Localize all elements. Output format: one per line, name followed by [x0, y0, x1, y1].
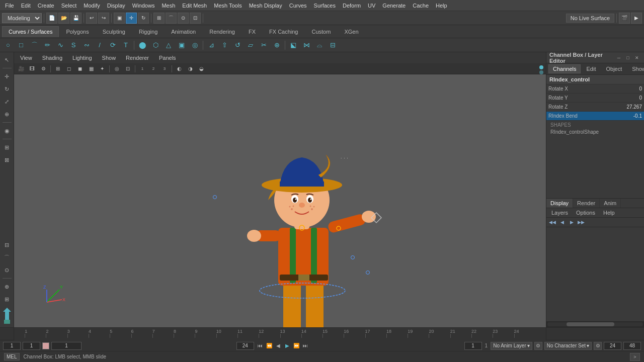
menu-help[interactable]: Help — [433, 2, 450, 10]
curve-line-btn[interactable]: / — [94, 40, 106, 51]
viewport-canvas[interactable]: Y X Z ··· persp — [14, 74, 546, 327]
tab-custom[interactable]: Custom — [305, 26, 338, 37]
vp-xray-btn[interactable]: ⊡ — [123, 64, 133, 73]
menu-mesh[interactable]: Mesh — [158, 2, 178, 10]
stitch-btn[interactable]: ⋈ — [300, 40, 312, 51]
anim-layer-settings-btn[interactable]: ⚙ — [534, 342, 542, 350]
anim-end-field[interactable] — [604, 342, 621, 350]
layer-icon-3[interactable]: ▶ — [568, 219, 576, 226]
fillet-btn[interactable]: ⌓ — [313, 40, 326, 51]
vp-shadow-btn[interactable]: ◐ — [174, 64, 184, 73]
menu-curves[interactable]: Curves — [286, 2, 310, 10]
vp-solid-btn[interactable]: ◼ — [75, 64, 85, 73]
revolve-btn[interactable]: ↺ — [231, 40, 244, 51]
rp-maximize-btn[interactable]: □ — [624, 54, 632, 62]
anim-layer-dropdown[interactable]: No Anim Layer ▾ — [491, 342, 532, 350]
show-manip-btn[interactable]: ⊞ — [2, 142, 13, 153]
menu-mesh-display[interactable]: Mesh Display — [246, 2, 285, 10]
vp-settings-btn[interactable]: ⚙ — [38, 64, 48, 73]
viewport-icons-btn[interactable]: ⊕ — [2, 281, 13, 292]
frame-field-2[interactable] — [23, 342, 40, 350]
vp-view-menu[interactable]: View — [17, 54, 35, 62]
timeline-ruler[interactable]: 123456789101112131415161718192021222324 — [14, 328, 546, 340]
nurbs-to-poly-btn[interactable]: ⬕ — [287, 40, 299, 51]
menu-generate[interactable]: Generate — [379, 2, 409, 10]
curve-helix-btn[interactable]: ⟳ — [107, 40, 119, 51]
sub-tab-help[interactable]: Help — [600, 209, 618, 216]
attr-rotate-z[interactable]: Rotate Z 27.267 — [546, 103, 644, 112]
open-file-btn[interactable]: 📂 — [58, 13, 69, 24]
menu-modify[interactable]: Modify — [80, 2, 103, 10]
menu-deform[interactable]: Deform — [340, 2, 364, 10]
curve-square-btn[interactable]: □ — [15, 40, 27, 51]
vp-res1-btn[interactable]: 1 — [137, 64, 147, 73]
tab-rigging[interactable]: Rigging — [132, 26, 164, 37]
skip-to-start-btn[interactable]: ⏮ — [256, 342, 264, 350]
loft-btn[interactable]: ⊿ — [205, 40, 217, 51]
vp-lighting-menu[interactable]: Lighting — [69, 54, 95, 62]
vp-dof-btn[interactable]: ◒ — [196, 64, 206, 73]
snap-curve-btn[interactable]: ⌒ — [166, 13, 177, 24]
tab-animation[interactable]: Animation — [165, 26, 202, 37]
extrude-btn[interactable]: ⇧ — [218, 40, 230, 51]
new-file-btn[interactable]: 📄 — [46, 13, 57, 24]
curve-arc-btn[interactable]: ⌒ — [28, 40, 40, 51]
layer-icon-1[interactable]: ◀◀ — [548, 219, 556, 226]
move-tool-btn[interactable]: ✛ — [126, 13, 137, 24]
menu-windows[interactable]: Windows — [129, 2, 158, 10]
sub-tab-options[interactable]: Options — [573, 209, 598, 216]
universal-manip-btn[interactable]: ⊕ — [2, 109, 13, 120]
menu-cache[interactable]: Cache — [410, 2, 432, 10]
attr-rotate-y[interactable]: Rotate Y 0 — [546, 94, 644, 103]
menu-select[interactable]: Select — [58, 2, 80, 10]
layer-icon-4[interactable]: ▶▶ — [577, 219, 585, 226]
tab-curves-surfaces[interactable]: Curves / Surfaces — [2, 26, 59, 37]
menu-file[interactable]: File — [2, 2, 17, 10]
curve-bezier-btn[interactable]: S — [67, 40, 79, 51]
vp-light-btn[interactable]: ✦ — [97, 64, 107, 73]
bottom-icon1[interactable] — [2, 306, 13, 325]
snap-point-lt-btn[interactable]: ⊙ — [2, 264, 13, 276]
curve-cv-btn[interactable]: ∾ — [80, 40, 93, 51]
tab-xgen[interactable]: XGen — [338, 26, 365, 37]
tab-edit[interactable]: Edit — [582, 64, 600, 73]
char-set-dropdown[interactable]: No Character Set ▾ — [544, 342, 592, 350]
play-forward-btn[interactable]: ▶ — [283, 342, 291, 350]
vp-isolate-btn[interactable]: ◎ — [112, 64, 122, 73]
redo-btn[interactable]: ↪ — [98, 13, 109, 24]
script-editor-btn[interactable]: > — [630, 353, 640, 361]
menu-create[interactable]: Create — [35, 2, 57, 10]
menu-mesh-tools[interactable]: Mesh Tools — [211, 2, 245, 10]
save-file-btn[interactable]: 💾 — [70, 13, 82, 24]
snap-curve-lt-btn[interactable]: ⌒ — [2, 252, 13, 263]
attr-rindex-bend[interactable]: RIndex Bend -0.1 — [546, 112, 644, 121]
snap-point-btn[interactable]: ⊙ — [178, 13, 189, 24]
tab-object[interactable]: Object — [601, 64, 626, 73]
curve-text-btn[interactable]: T — [120, 40, 132, 51]
surface-torus-btn[interactable]: ◎ — [189, 40, 201, 51]
current-frame-field[interactable] — [3, 342, 21, 350]
range-end-field[interactable] — [623, 342, 641, 350]
no-live-surface-btn[interactable]: No Live Surface — [566, 14, 614, 23]
rp-scrollbar[interactable] — [546, 321, 644, 327]
rotate-btn[interactable]: ↻ — [2, 83, 13, 95]
quick-layout-btn[interactable]: ⊞ — [2, 294, 13, 305]
menu-edit[interactable]: Edit — [18, 2, 34, 10]
trim-btn[interactable]: ✂ — [258, 40, 270, 51]
mode-selector[interactable]: Modeling — [2, 13, 42, 23]
vp-res3-btn[interactable]: 3 — [159, 64, 170, 73]
surface-plane-btn[interactable]: ▣ — [176, 40, 188, 51]
snap-grid-lt-btn[interactable]: ⊟ — [2, 239, 13, 250]
render-btn[interactable]: ▶ — [631, 13, 642, 24]
move-btn[interactable]: ✛ — [2, 71, 13, 82]
rotate-tool-btn[interactable]: ↻ — [138, 13, 149, 24]
curve-circle-btn[interactable]: ○ — [2, 40, 14, 51]
menu-uv[interactable]: UV — [365, 2, 378, 10]
soft-mod-btn[interactable]: ◉ — [2, 125, 13, 136]
rp-scroll-thumb[interactable] — [567, 322, 614, 326]
vp-texture-btn[interactable]: ▦ — [86, 64, 96, 73]
step-back-btn[interactable]: ⏪ — [265, 342, 273, 350]
menu-edit-mesh[interactable]: Edit Mesh — [179, 2, 210, 10]
range-start-field[interactable] — [464, 342, 482, 350]
tab-rendering[interactable]: Rendering — [203, 26, 242, 37]
